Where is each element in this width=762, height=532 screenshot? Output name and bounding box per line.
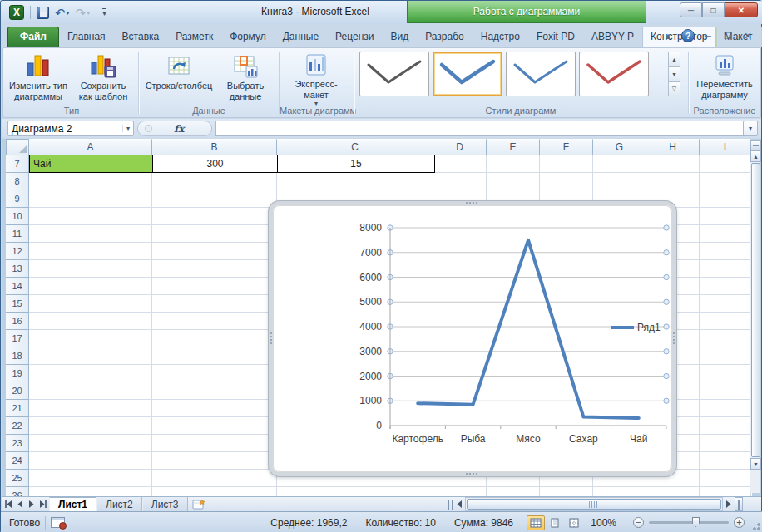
- close-button[interactable]: ✕: [725, 2, 758, 17]
- move-chart-button[interactable]: Переместить диаграмму: [692, 51, 757, 104]
- row-header-11[interactable]: 11: [6, 225, 29, 243]
- tab-вид[interactable]: Вид: [383, 27, 418, 47]
- workbook-close-icon[interactable]: ✕: [741, 30, 755, 42]
- tab-split-handle[interactable]: [448, 497, 453, 511]
- tab-вставка[interactable]: Вставка: [114, 27, 168, 47]
- help-icon[interactable]: ?: [681, 29, 695, 42]
- style-gray-line[interactable]: [359, 52, 429, 96]
- column-header-C[interactable]: C: [277, 139, 433, 155]
- horizontal-scroll-thumb[interactable]: [467, 499, 721, 510]
- row-header-16[interactable]: 16: [6, 313, 29, 330]
- column-header-E[interactable]: E: [487, 139, 540, 155]
- row-header-8[interactable]: 8: [6, 173, 29, 190]
- style-red-line[interactable]: [579, 52, 649, 96]
- next-sheet-icon[interactable]: [26, 497, 37, 511]
- column-header-D[interactable]: D: [433, 139, 487, 155]
- horizontal-scroll-track[interactable]: [465, 497, 723, 511]
- column-header-F[interactable]: F: [540, 139, 593, 155]
- row-header-20[interactable]: 20: [6, 382, 29, 400]
- scroll-up-icon[interactable]: ▲: [750, 150, 761, 162]
- tab-foxit-pd[interactable]: Foxit PD: [528, 27, 583, 47]
- select-data-button[interactable]: Выбрать данные: [218, 51, 273, 104]
- row-header-18[interactable]: 18: [6, 347, 29, 365]
- zoom-slider-thumb[interactable]: [692, 517, 700, 527]
- row-header-14[interactable]: 14: [6, 278, 29, 295]
- tab-рецензи[interactable]: Рецензи: [327, 27, 382, 47]
- column-header-A[interactable]: A: [29, 139, 152, 155]
- cell-C7[interactable]: 15: [277, 155, 435, 173]
- horizontal-split-handle[interactable]: [735, 497, 743, 511]
- row-header-23[interactable]: 23: [6, 435, 29, 452]
- tab-file[interactable]: Файл: [7, 27, 59, 47]
- gallery-up-icon[interactable]: ▲: [668, 52, 680, 66]
- collapse-ribbon-icon[interactable]: ▲: [661, 30, 675, 42]
- save-as-template-button[interactable]: Сохранить как шаблон: [72, 51, 135, 104]
- name-box[interactable]: Диаграмма 2 ▾: [7, 121, 134, 136]
- insert-function-icon[interactable]: fx: [174, 123, 184, 135]
- zoom-slider-track[interactable]: [649, 521, 729, 524]
- zoom-out-icon[interactable]: −: [633, 517, 644, 528]
- minimize-button[interactable]: ─: [680, 2, 702, 17]
- normal-view-button[interactable]: [527, 515, 545, 530]
- page-break-view-button[interactable]: [565, 515, 583, 530]
- row-header-12[interactable]: 12: [6, 243, 29, 260]
- expand-formula-bar-icon[interactable]: ▾: [743, 121, 758, 136]
- row-header-9[interactable]: 9: [6, 190, 29, 208]
- vertical-split-handle[interactable]: [750, 140, 761, 150]
- horizontal-scrollbar[interactable]: [465, 497, 723, 511]
- chart-grip-left[interactable]: [270, 332, 272, 346]
- gallery-more-icon[interactable]: ▽: [668, 81, 680, 96]
- redo-button[interactable]: ↷▾: [74, 4, 92, 21]
- style-blue-line[interactable]: [506, 52, 576, 96]
- vertical-scroll-thumb[interactable]: [751, 163, 760, 457]
- gallery-down-icon[interactable]: ▼: [668, 66, 680, 81]
- row-header-13[interactable]: 13: [6, 260, 29, 278]
- excel-logo-icon[interactable]: X: [7, 4, 26, 21]
- scroll-left-icon[interactable]: [453, 497, 465, 511]
- row-header-10[interactable]: 10: [6, 208, 29, 225]
- scroll-right-icon[interactable]: [723, 497, 735, 511]
- cell-A7[interactable]: Чай: [29, 155, 153, 173]
- select-all-corner[interactable]: [6, 139, 29, 155]
- workbook-minimize-icon[interactable]: ─: [701, 30, 715, 42]
- row-header-7[interactable]: 7: [6, 155, 29, 173]
- quick-layout-button[interactable]: Экспресс-макет ▾: [283, 51, 349, 104]
- tab-разметк[interactable]: Разметк: [167, 27, 221, 47]
- row-header-24[interactable]: 24: [6, 452, 29, 470]
- tab-abbyy-p[interactable]: ABBYY P: [583, 27, 642, 47]
- first-sheet-icon[interactable]: [2, 497, 14, 511]
- vertical-scrollbar[interactable]: ▲ ▼: [750, 140, 760, 493]
- window-resize-grip[interactable]: [750, 520, 760, 530]
- prev-sheet-icon[interactable]: [14, 497, 26, 511]
- undo-button[interactable]: ↶▾: [53, 4, 72, 21]
- cell-B7[interactable]: 300: [152, 155, 278, 173]
- row-header-26[interactable]: 26: [6, 487, 29, 496]
- column-header-H[interactable]: H: [646, 139, 700, 155]
- switch-row-column-button[interactable]: Строка/столбец: [143, 51, 215, 104]
- row-header-19[interactable]: 19: [6, 365, 29, 382]
- chart-grip-bottom[interactable]: [466, 473, 479, 475]
- scroll-down-icon[interactable]: ▼: [750, 458, 761, 470]
- column-header-I[interactable]: I: [700, 139, 751, 155]
- sheet-tab-лист1[interactable]: Лист1: [49, 497, 96, 511]
- chart-grip-top[interactable]: [466, 202, 479, 204]
- sheet-tab-лист3[interactable]: Лист3: [142, 497, 188, 511]
- row-header-17[interactable]: 17: [6, 330, 29, 347]
- zoom-in-icon[interactable]: +: [734, 517, 745, 528]
- save-button[interactable]: [35, 4, 51, 21]
- change-chart-type-button[interactable]: Изменить тип диаграммы: [7, 51, 70, 104]
- style-blue-line-bold[interactable]: [433, 52, 502, 96]
- last-sheet-icon[interactable]: [37, 497, 49, 511]
- row-header-15[interactable]: 15: [6, 295, 29, 313]
- formula-input[interactable]: [215, 121, 745, 136]
- page-layout-view-button[interactable]: [546, 515, 564, 530]
- chart-area[interactable]: 010002000300040005000600070008000Картофе…: [273, 205, 672, 472]
- tab-разрабо[interactable]: Разрабо: [417, 27, 473, 47]
- row-header-21[interactable]: 21: [6, 400, 29, 417]
- chart-grip-right[interactable]: [673, 332, 675, 346]
- column-header-G[interactable]: G: [593, 139, 646, 155]
- macro-record-icon[interactable]: [51, 517, 65, 528]
- tab-главная[interactable]: Главная: [59, 27, 114, 47]
- customize-qat-button[interactable]: ▾: [101, 4, 108, 21]
- tab-данные[interactable]: Данные: [275, 27, 327, 47]
